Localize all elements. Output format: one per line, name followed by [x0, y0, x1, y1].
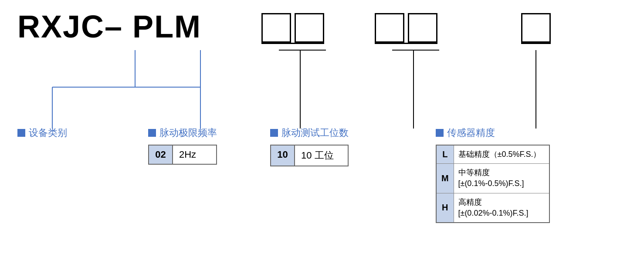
pulse-freq-table: 02 2Hz — [148, 145, 217, 165]
precision-row-H: H 高精度[±(0.02%-0.1%)F.S.] — [436, 193, 549, 223]
precision-desc-H: 高精度[±(0.02%-0.1%)F.S.] — [454, 193, 549, 223]
pulse-stations-icon — [270, 129, 278, 137]
box-group-2 — [375, 13, 437, 44]
box-1a — [261, 13, 291, 43]
section-sensor-precision: 传感器精度 L 基础精度（±0.5%F.S.） M 中等精度[±(0.1%-0.… — [436, 126, 550, 223]
box-2b — [408, 13, 437, 43]
sensor-precision-icon — [436, 129, 444, 137]
pulse-freq-code: 02 — [149, 146, 173, 164]
precision-desc-L: 基础精度（±0.5%F.S.） — [454, 145, 549, 164]
box-1b — [295, 13, 324, 43]
section-device-type: 设备类别 — [17, 126, 67, 145]
box-3a — [521, 13, 551, 43]
pulse-stations-desc: 10 工位 — [295, 146, 340, 166]
precision-row-L: L 基础精度（±0.5%F.S.） — [436, 145, 549, 164]
precision-key-M: M — [436, 164, 454, 193]
precision-row-M: M 中等精度[±(0.1%-0.5%)F.S.] — [436, 164, 549, 193]
pulse-freq-desc: 2Hz — [173, 146, 208, 164]
pulse-freq-icon — [148, 129, 156, 137]
box-group-1 — [261, 13, 324, 44]
precision-key-H: H — [436, 193, 454, 223]
pulse-stations-table: 10 10 工位 — [270, 145, 349, 166]
section-pulse-stations: 脉动测试工位数 10 10 工位 — [270, 126, 349, 166]
precision-table: L 基础精度（±0.5%F.S.） M 中等精度[±(0.1%-0.5%)F.S… — [436, 145, 550, 223]
pulse-stations-label: 脉动测试工位数 — [281, 126, 349, 139]
section-pulse-freq: 脉动极限频率 02 2Hz — [148, 126, 217, 165]
pulse-freq-label: 脉动极限频率 — [159, 126, 217, 139]
precision-key-L: L — [436, 145, 454, 164]
box-group-3 — [521, 13, 551, 44]
device-type-label: 设备类别 — [29, 126, 67, 139]
pulse-stations-code: 10 — [271, 146, 295, 166]
precision-desc-M: 中等精度[±(0.1%-0.5%)F.S.] — [454, 164, 549, 193]
device-type-icon — [17, 129, 25, 137]
box-2a — [375, 13, 404, 43]
page-title: RXJC– PLM — [17, 9, 201, 44]
sensor-precision-label: 传感器精度 — [447, 126, 495, 139]
